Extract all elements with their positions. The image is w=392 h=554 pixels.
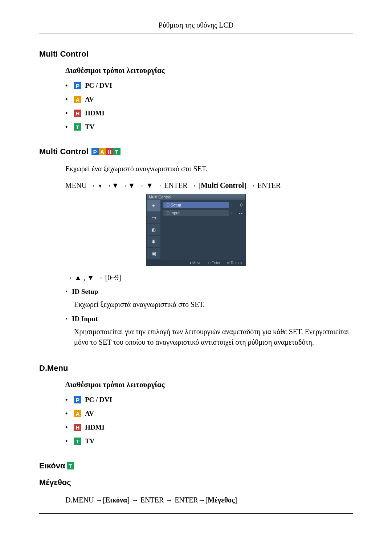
osd-screenshot: Multi Control ✦ ▭ ◐ ✱ ▣ ID Setup : 0 ID … xyxy=(146,194,246,266)
menu-path-mid: →▼ →▼ → ▼ → ENTER → [ xyxy=(103,181,201,189)
osd-title: Multi Control xyxy=(147,194,245,200)
running-header: Ρύθμιση της οθόνης LCD xyxy=(39,21,353,33)
h-icon: H xyxy=(106,148,113,155)
p-icon: P xyxy=(74,396,81,403)
a-icon: A xyxy=(74,96,81,103)
a-icon: A xyxy=(99,148,106,155)
sub-label: ID Input xyxy=(72,315,98,323)
mode-tv: T TV xyxy=(65,437,353,445)
t-icon: T xyxy=(67,462,74,469)
p-icon: P xyxy=(91,148,99,155)
a-icon: A xyxy=(74,410,81,417)
sub-label: ID Setup xyxy=(72,288,98,295)
osd-footer-move: ♦ Move xyxy=(189,261,201,265)
osd-sep: : xyxy=(231,211,232,215)
sub-id-input: ID Input Χρησιμοποιείται για την επιλογή… xyxy=(65,315,353,348)
osd-field-label: ID Input xyxy=(163,210,229,216)
t-icon: T xyxy=(74,123,81,131)
osd-footer-enter: ↵ Enter xyxy=(208,261,221,265)
mode-pc-dvi: P PC / DVI xyxy=(65,82,353,90)
down-arrow-icon: ▼ xyxy=(98,182,103,190)
arrow-range-line: → ▲ , ▼ → [0~9] xyxy=(65,274,353,282)
osd-field-label: ID Setup xyxy=(163,202,229,208)
header-rule xyxy=(39,33,353,33)
mode-tv: T TV xyxy=(65,123,353,131)
osd-value: - - xyxy=(234,211,242,215)
mode-label: TV xyxy=(85,437,94,445)
section-picture: Εικόνα T xyxy=(39,461,353,471)
mode-hdmi: H HDMI xyxy=(65,109,353,117)
mode-label: HDMI xyxy=(85,423,105,431)
mode-label: AV xyxy=(85,410,94,418)
menu-path-pre: MENU → xyxy=(65,181,98,189)
menu-path-picture-size: D.MENU →[Εικόνα] → ENTER → ENTER→[Μέγεθο… xyxy=(65,495,353,505)
mode-hdmi: H HDMI xyxy=(65,423,353,431)
multi-control-intro: Εκχωρεί ένα ξεχωριστό αναγνωριστικό στο … xyxy=(65,164,353,174)
osd-sep: : xyxy=(231,203,232,207)
mode-label: PC / DVI xyxy=(85,82,112,90)
mode-label: HDMI xyxy=(85,109,105,117)
footer-rule xyxy=(39,513,353,514)
osd-side-item: ✱ xyxy=(147,236,160,248)
h-icon: H xyxy=(74,424,81,431)
osd-side-item: ▣ xyxy=(147,248,160,260)
mode-list-2: P PC / DVI A AV H HDMI T TV xyxy=(65,396,353,445)
section-size: Μέγεθος xyxy=(39,478,353,487)
osd-footer-return: ↺ Return xyxy=(227,261,242,265)
mode-label: PC / DVI xyxy=(85,396,112,404)
mode-pc-dvi: P PC / DVI xyxy=(65,396,353,404)
sub-desc: Χρησιμοποιείται για την επιλογή των λειτ… xyxy=(74,327,353,348)
paht-icon-strip: P A H T xyxy=(91,148,121,155)
menu-path-pre: D.MENU →[ xyxy=(65,496,105,504)
osd-side-item: ✦ xyxy=(147,200,160,212)
mode-list-1: P PC / DVI A AV H HDMI T TV xyxy=(65,82,353,131)
available-modes-heading-2: Διαθέσιμοι τρόποι λειτουργίας xyxy=(65,380,353,389)
menu-path-bold2: Μέγεθος xyxy=(208,496,234,504)
osd-value: 0 xyxy=(234,203,242,207)
section-title: Multi Control xyxy=(39,147,89,156)
menu-path-bold: Multi Control xyxy=(201,181,244,189)
sub-desc: Εκχωρεί ξεχωριστά αναγνωριστικά στο SET. xyxy=(74,299,353,310)
section-title: Εικόνα xyxy=(39,461,65,471)
menu-path-multi-control: MENU → ▼ →▼ →▼ → ▼ → ENTER → [Multi Cont… xyxy=(65,180,353,191)
t-icon: T xyxy=(113,148,121,155)
available-modes-heading: Διαθέσιμοι τρόποι λειτουργίας xyxy=(65,66,353,75)
osd-row-id-setup: ID Setup : 0 xyxy=(163,202,242,208)
menu-path-bold1: Εικόνα xyxy=(105,496,127,504)
h-icon: H xyxy=(74,110,81,117)
menu-path-post: ] → ENTER xyxy=(244,181,281,189)
menu-path-post: ] xyxy=(235,496,237,504)
menu-path-mid: ] → ENTER → ENTER→[ xyxy=(127,496,208,504)
mode-label: TV xyxy=(85,123,94,131)
section-dmenu: D.Menu xyxy=(39,364,353,373)
multi-control-sublist: ID Setup Εκχωρεί ξεχωριστά αναγνωριστικά… xyxy=(65,288,353,348)
osd-footer: ♦ Move ↵ Enter ↺ Return xyxy=(147,260,245,266)
mode-label: AV xyxy=(85,95,94,103)
t-icon: T xyxy=(74,438,81,445)
osd-side-item: ▭ xyxy=(147,212,160,224)
mode-av: A AV xyxy=(65,410,353,418)
osd-row-id-input: ID Input : - - xyxy=(163,210,242,216)
sub-id-setup: ID Setup Εκχωρεί ξεχωριστά αναγνωριστικά… xyxy=(65,288,353,310)
section-multi-control-1: Multi Control xyxy=(39,49,353,59)
osd-main: ID Setup : 0 ID Input : - - xyxy=(160,200,245,260)
osd-body: ✦ ▭ ◐ ✱ ▣ ID Setup : 0 ID Input : - - xyxy=(147,200,245,260)
mode-av: A AV xyxy=(65,95,353,103)
section-multi-control-2: Multi Control P A H T xyxy=(39,147,353,156)
p-icon: P xyxy=(74,82,81,89)
osd-sidebar: ✦ ▭ ◐ ✱ ▣ xyxy=(147,200,160,260)
osd-side-item: ◐ xyxy=(147,224,160,236)
